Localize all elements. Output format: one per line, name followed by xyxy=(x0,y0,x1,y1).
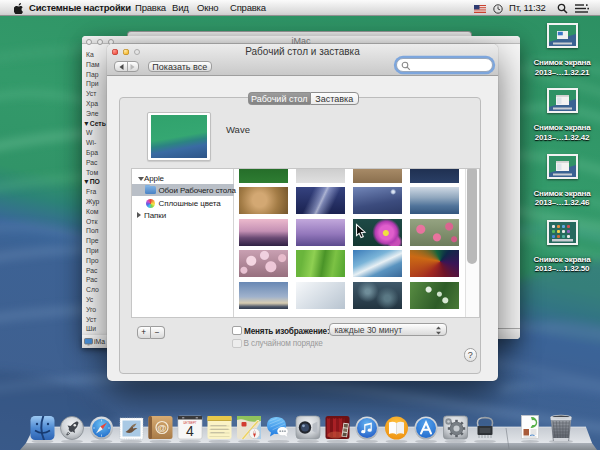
svg-text:4: 4 xyxy=(186,423,194,439)
svg-text:@: @ xyxy=(157,422,166,433)
